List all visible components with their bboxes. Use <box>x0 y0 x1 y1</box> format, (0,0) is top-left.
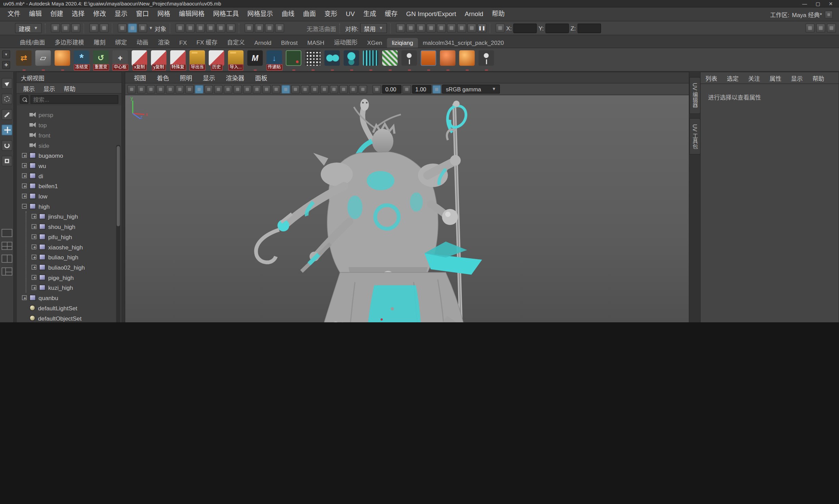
bookmark-icon[interactable] <box>156 85 165 93</box>
outliner-node[interactable]: top <box>16 120 121 130</box>
expand-toggle-icon[interactable] <box>22 204 27 209</box>
menu-item[interactable]: 网格显示 <box>243 8 277 21</box>
shelf-item-plane[interactable] <box>34 49 52 70</box>
menu-item[interactable]: 生成 <box>359 8 381 21</box>
shelf-item-uv-circles-alt[interactable] <box>343 49 360 70</box>
grease-pencil-icon[interactable] <box>185 85 194 93</box>
quick-layout-icon[interactable] <box>805 24 815 33</box>
undo-icon[interactable] <box>89 24 99 33</box>
shelf-item-connector-alt[interactable] <box>478 49 495 70</box>
wireframe-icon[interactable] <box>272 85 280 93</box>
outliner-node[interactable]: side <box>16 140 121 151</box>
shelf-item-checker-map[interactable] <box>381 49 399 70</box>
scale-tool-icon[interactable] <box>1 156 12 166</box>
shelf-item-sphere[interactable] <box>53 49 71 70</box>
four-pane-layout-icon[interactable] <box>1 242 12 250</box>
menu-item[interactable]: 变形 <box>320 8 342 21</box>
lock-camera-icon[interactable] <box>137 85 145 93</box>
outliner-node[interactable]: front <box>16 130 121 140</box>
ipr-render-icon[interactable] <box>416 24 425 33</box>
menu-item[interactable]: 曲线 <box>277 8 299 21</box>
outliner-menu-item[interactable]: 帮助 <box>60 84 80 92</box>
menu-item[interactable]: UV <box>342 8 359 21</box>
hypershade-icon[interactable] <box>437 24 446 33</box>
x-ray-icon[interactable] <box>359 85 367 93</box>
shelf-tab[interactable]: 渲染 <box>153 36 175 48</box>
shelf-tab[interactable]: 曲线/曲面 <box>15 36 50 48</box>
2d-pan-zoom-icon[interactable] <box>176 85 184 93</box>
menu-set-selector[interactable]: 建模 ▼ <box>15 23 42 33</box>
expand-toggle-icon[interactable] <box>31 285 36 290</box>
shelf-item-connector[interactable] <box>400 49 418 70</box>
outliner-node[interactable]: wu <box>16 160 121 171</box>
expand-toggle-icon[interactable] <box>31 214 36 219</box>
content-browser-icon[interactable] <box>467 24 476 33</box>
menu-item[interactable]: 选择 <box>67 8 89 21</box>
expand-toggle-icon[interactable] <box>31 265 36 270</box>
render-view-icon[interactable] <box>396 24 405 33</box>
snap-to-projected-center-icon[interactable] <box>206 24 215 33</box>
shelf-item-transfer-maps[interactable]: 传递贴 <box>265 49 283 70</box>
gamma-icon[interactable] <box>403 85 411 93</box>
panel-menu-item[interactable]: 面板 <box>250 73 272 82</box>
viewport-canvas[interactable]: y x z persp <box>125 95 689 322</box>
camera-attributes-icon[interactable] <box>147 85 155 93</box>
expand-toggle-icon[interactable] <box>31 255 36 259</box>
select-by-object-icon[interactable] <box>128 24 137 33</box>
shelf-item-import[interactable]: 导入... <box>227 49 245 70</box>
safe-title-icon[interactable] <box>253 85 261 93</box>
shelf-item-shaded-sphere-alt[interactable] <box>458 49 476 70</box>
operations-list-icon[interactable] <box>244 24 254 33</box>
make-live-icon[interactable] <box>226 24 236 33</box>
shelf-item-uv-checker[interactable] <box>304 49 322 70</box>
safe-action-icon[interactable] <box>243 85 252 93</box>
panel-menu-item[interactable]: 显示 <box>198 73 220 82</box>
scrollbar-thumb[interactable] <box>117 146 120 227</box>
menu-item[interactable]: 显示 <box>110 8 132 21</box>
outliner-menu-item[interactable]: 展示 <box>19 84 39 92</box>
menu-item[interactable]: 曲面 <box>299 8 320 21</box>
expand-toggle-icon[interactable] <box>22 163 27 168</box>
shelf-item-orange-node[interactable] <box>420 49 437 70</box>
shelf-tab[interactable]: FX 缓存 <box>192 36 222 48</box>
gate-mask-icon[interactable] <box>224 85 232 93</box>
expand-toggle-icon[interactable] <box>22 295 27 300</box>
render-settings-icon[interactable] <box>427 24 436 33</box>
input-connections-icon[interactable] <box>255 24 264 33</box>
use-all-lights-icon[interactable] <box>301 85 309 93</box>
save-scene-icon[interactable] <box>71 24 80 33</box>
outliner-node[interactable]: jinshu_high <box>16 211 121 222</box>
outliner-node[interactable]: high <box>16 201 121 211</box>
chevron-down-icon[interactable]: ▼ <box>149 26 153 30</box>
node-editor-icon[interactable] <box>447 24 456 33</box>
shelf-item-screen-capture[interactable] <box>285 49 303 70</box>
maximize-button[interactable]: ▢ <box>816 1 820 6</box>
new-scene-icon[interactable] <box>51 24 60 33</box>
expand-toggle-icon[interactable] <box>31 234 36 239</box>
output-connections-icon[interactable] <box>265 24 274 33</box>
outliner-node[interactable]: xiaoshe_high <box>16 242 121 252</box>
lasso-tool-icon[interactable] <box>1 94 12 104</box>
outliner-node[interactable]: di <box>16 171 121 181</box>
multisample-icon[interactable] <box>339 85 348 93</box>
shelf-tab[interactable]: 自定义 <box>222 36 250 48</box>
outliner-node[interactable]: kuzi_high <box>16 283 121 293</box>
close-button[interactable]: ✕ <box>829 1 833 6</box>
outliner-node[interactable]: pifu_high <box>16 232 121 242</box>
render-current-frame-icon[interactable] <box>406 24 415 33</box>
outliner-node[interactable]: pige_high <box>16 272 121 283</box>
paint-select-tool-icon[interactable] <box>1 109 12 120</box>
menu-item[interactable]: 创建 <box>46 8 68 21</box>
outliner-node[interactable]: defaultLightSet <box>16 303 121 313</box>
menu-item[interactable]: 窗口 <box>132 8 153 21</box>
panel-menu-item[interactable]: 着色 <box>151 73 174 82</box>
rotate-tool-icon[interactable] <box>1 140 12 151</box>
shelf-item-shaded-sphere[interactable] <box>439 49 457 70</box>
symmetry-selector[interactable]: 禁用 ▼ <box>360 23 387 33</box>
attribute-menu-item[interactable]: 列表 <box>701 74 722 82</box>
textured-icon[interactable] <box>291 85 300 93</box>
shelf-tab[interactable]: 雕刻 <box>89 36 111 48</box>
menu-item[interactable]: 缓存 <box>381 8 402 21</box>
menu-item[interactable]: GN Import/Export <box>402 8 460 21</box>
shelf-item-freeze-transform[interactable]: 冻结变 <box>73 49 91 70</box>
